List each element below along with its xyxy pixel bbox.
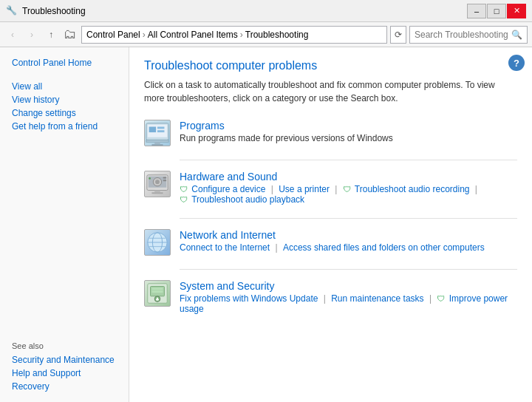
shield-icon-4: 🛡 (437, 294, 445, 303)
minimize-button[interactable]: – (467, 4, 486, 18)
help-button[interactable]: ? (508, 55, 525, 71)
svg-point-14 (149, 177, 151, 180)
hardware-icon (144, 171, 171, 197)
connect-internet-link[interactable]: Connect to the Internet (180, 242, 270, 253)
up-button[interactable]: ↑ (43, 27, 59, 43)
svg-rect-5 (149, 127, 156, 133)
svg-rect-16 (163, 180, 167, 181)
programs-svg (145, 120, 170, 146)
see-also-recovery[interactable]: Recovery (12, 380, 117, 393)
path-item-3: Troubleshooting (245, 30, 309, 40)
programs-content: Programs Run programs made for previous … (180, 120, 517, 143)
category-programs: Programs Run programs made for previous … (144, 120, 517, 146)
network-title[interactable]: Network and Internet (180, 229, 517, 241)
content-title: Troubleshoot computer problems (144, 59, 517, 72)
sidebar-see-also: See also Security and Maintenance Help a… (0, 333, 129, 393)
security-links: Fix problems with Windows Update | Run m… (180, 293, 517, 314)
network-svg (145, 229, 170, 256)
main-layout: Control Panel Home View all View history… (0, 47, 532, 402)
svg-rect-6 (157, 127, 164, 129)
programs-subtitle: Run programs made for previous versions … (180, 133, 517, 143)
shield-icon-2: 🛡 (343, 185, 351, 194)
search-icon: 🔍 (511, 30, 522, 40)
sidebar-home-link[interactable]: Control Panel Home (12, 56, 117, 69)
security-content: System and Security Fix problems with Wi… (180, 280, 517, 314)
troubleshoot-audio-recording-link[interactable]: Troubleshoot audio recording (355, 184, 470, 194)
path-item-1: Control Panel (86, 30, 140, 40)
svg-point-11 (155, 180, 160, 184)
category-security: System and Security Fix problems with Wi… (144, 280, 517, 314)
refresh-button[interactable]: ⟳ (390, 26, 406, 44)
svg-rect-25 (151, 290, 163, 293)
address-path[interactable]: Control Panel › All Control Panel Items … (81, 26, 387, 44)
svg-rect-13 (151, 192, 163, 194)
sidebar-view-history-link[interactable]: View history (12, 93, 117, 106)
addressbar: ‹ › ↑ 🗂 Control Panel › All Control Pane… (0, 22, 532, 47)
shield-icon-3: 🛡 (180, 195, 188, 204)
see-also-security[interactable]: Security and Maintenance (12, 353, 117, 367)
svg-rect-12 (154, 191, 160, 193)
hardware-svg (145, 171, 170, 197)
svg-rect-2 (146, 140, 168, 142)
sidebar-home-section: Control Panel Home (0, 56, 129, 69)
search-box[interactable]: 🔍 (409, 26, 528, 44)
divider-3 (180, 269, 517, 270)
content-description: Click on a task to automatically trouble… (144, 78, 517, 105)
see-also-help[interactable]: Help and Support (12, 367, 117, 380)
fix-windows-update-link[interactable]: Fix problems with Windows Update (180, 293, 318, 304)
maximize-button[interactable]: □ (487, 4, 506, 18)
svg-rect-24 (151, 287, 163, 290)
hardware-content: Hardware and Sound 🛡 Configure a device … (180, 171, 517, 205)
category-network: Network and Internet Connect to the Inte… (144, 229, 517, 256)
category-hardware: Hardware and Sound 🛡 Configure a device … (144, 171, 517, 205)
network-links: Connect to the Internet | Access shared … (180, 242, 517, 253)
svg-rect-4 (151, 144, 163, 146)
window-title: Troubleshooting (22, 6, 467, 16)
troubleshoot-audio-playback-link[interactable]: Troubleshoot audio playback (191, 194, 304, 205)
sidebar-nav-section: View all View history Change settings Ge… (0, 80, 129, 133)
svg-rect-7 (157, 130, 164, 132)
svg-rect-3 (154, 142, 160, 144)
divider-2 (180, 218, 517, 219)
main-content: ? Troubleshoot computer problems Click o… (129, 47, 532, 402)
sidebar: Control Panel Home View all View history… (0, 47, 129, 402)
security-title[interactable]: System and Security (180, 280, 517, 292)
see-also-title: See also (12, 341, 117, 350)
sidebar-get-help-link[interactable]: Get help from a friend (12, 120, 117, 133)
access-shared-files-link[interactable]: Access shared files and folders on other… (283, 242, 485, 253)
back-button[interactable]: ‹ (4, 27, 21, 43)
sidebar-change-settings-link[interactable]: Change settings (12, 106, 117, 120)
svg-rect-15 (163, 177, 167, 179)
network-icon (144, 229, 171, 256)
programs-desc: Run programs made for previous versions … (180, 133, 393, 143)
programs-icon (144, 120, 171, 146)
window-controls: – □ ✕ (467, 4, 526, 18)
hardware-links: 🛡 Configure a device | Use a printer | 🛡… (180, 184, 517, 205)
shield-icon-1: 🛡 (180, 185, 188, 194)
forward-button[interactable]: › (24, 27, 40, 43)
hardware-title[interactable]: Hardware and Sound (180, 171, 517, 183)
run-maintenance-link[interactable]: Run maintenance tasks (331, 293, 423, 304)
security-svg (145, 280, 170, 307)
window-icon: 🔧 (6, 5, 18, 17)
search-input[interactable] (415, 30, 511, 40)
sidebar-view-all-link[interactable]: View all (12, 80, 117, 93)
network-content: Network and Internet Connect to the Inte… (180, 229, 517, 253)
divider-1 (180, 160, 517, 160)
use-printer-link[interactable]: Use a printer (279, 184, 330, 194)
titlebar: 🔧 Troubleshooting – □ ✕ (0, 0, 532, 22)
path-item-2: All Control Panel Items (148, 30, 238, 40)
folder-icon: 🗂 (64, 27, 77, 42)
svg-rect-28 (156, 299, 159, 301)
security-icon (144, 280, 171, 307)
path-sep-1: › (143, 30, 146, 40)
configure-device-link[interactable]: Configure a device (191, 184, 265, 194)
close-button[interactable]: ✕ (507, 4, 526, 18)
programs-title[interactable]: Programs (180, 120, 517, 132)
path-sep-2: › (240, 30, 243, 40)
